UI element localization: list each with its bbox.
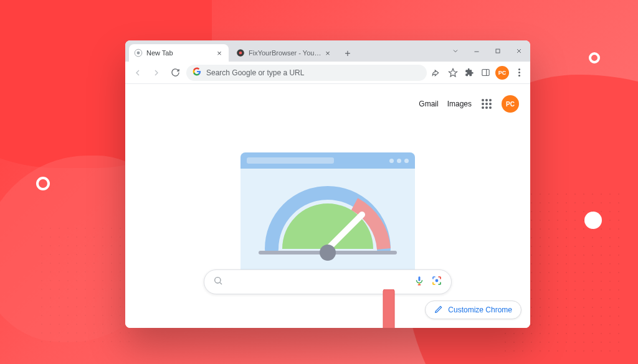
search-icon [213, 276, 223, 288]
search-box[interactable] [204, 269, 452, 294]
tab-fixyourbrowser[interactable]: FixYourBrowser - Your Trusted S × [231, 44, 337, 62]
svg-rect-5 [496, 49, 500, 53]
site-favicon-icon [236, 49, 245, 57]
title-bar: New Tab × FixYourBrowser - Your Trusted … [125, 40, 530, 62]
pencil-icon [434, 305, 443, 315]
gmail-link[interactable]: Gmail [419, 100, 438, 108]
chrome-menu-button[interactable] [513, 67, 525, 79]
tab-close-button[interactable]: × [323, 49, 332, 57]
omnibox[interactable]: Search Google or type a URL [186, 65, 427, 81]
reload-button[interactable] [168, 65, 183, 80]
profile-avatar[interactable]: PC [495, 66, 509, 80]
google-apps-icon[interactable] [480, 98, 493, 110]
back-button[interactable] [130, 65, 145, 80]
svg-rect-14 [419, 276, 421, 281]
side-panel-icon[interactable] [479, 67, 492, 79]
svg-rect-9 [482, 70, 488, 76]
svg-point-12 [215, 278, 221, 283]
minimize-button[interactable] [468, 44, 485, 58]
voice-search-icon[interactable] [414, 275, 425, 289]
share-icon[interactable] [431, 67, 443, 79]
window-controls [447, 44, 530, 62]
avatar-initials: PC [506, 101, 515, 108]
svg-marker-8 [449, 68, 457, 77]
tab-new-tab[interactable]: New Tab × [129, 44, 229, 62]
profile-avatar-large[interactable]: PC [502, 95, 519, 113]
chrome-window: New Tab × FixYourBrowser - Your Trusted … [125, 40, 530, 328]
tab-title: FixYourBrowser - Your Trusted S [249, 49, 323, 57]
customize-chrome-button[interactable]: Customize Chrome [425, 301, 521, 319]
extensions-icon[interactable] [463, 67, 475, 79]
svg-point-1 [137, 52, 140, 55]
tab-close-button[interactable]: × [215, 49, 224, 57]
avatar-initials: PC [498, 70, 507, 76]
speed-gauge-illustration [240, 152, 415, 278]
maximize-button[interactable] [489, 44, 507, 58]
forward-button[interactable] [149, 65, 164, 80]
svg-point-3 [239, 52, 242, 55]
header-shortcuts: Gmail Images PC [419, 95, 519, 113]
new-tab-page: Gmail Images PC [125, 84, 530, 328]
pointer-arrow-icon [374, 289, 403, 328]
tab-search-button[interactable] [447, 44, 464, 58]
tab-strip: New Tab × FixYourBrowser - Your Trusted … [125, 40, 356, 62]
close-window-button[interactable] [510, 44, 528, 58]
svg-point-17 [436, 279, 439, 282]
customize-chrome-label: Customize Chrome [448, 306, 512, 314]
chrome-favicon-icon [134, 49, 143, 57]
google-g-icon [193, 67, 201, 78]
tab-title: New Tab [146, 49, 215, 57]
omnibox-placeholder: Search Google or type a URL [206, 68, 304, 77]
svg-line-13 [220, 282, 222, 284]
svg-rect-18 [383, 289, 394, 328]
lens-search-icon[interactable] [431, 275, 442, 289]
toolbar: Search Google or type a URL PC [125, 62, 530, 84]
images-link[interactable]: Images [447, 100, 472, 108]
new-tab-button[interactable]: + [340, 45, 356, 62]
bookmark-star-icon[interactable] [447, 67, 459, 79]
